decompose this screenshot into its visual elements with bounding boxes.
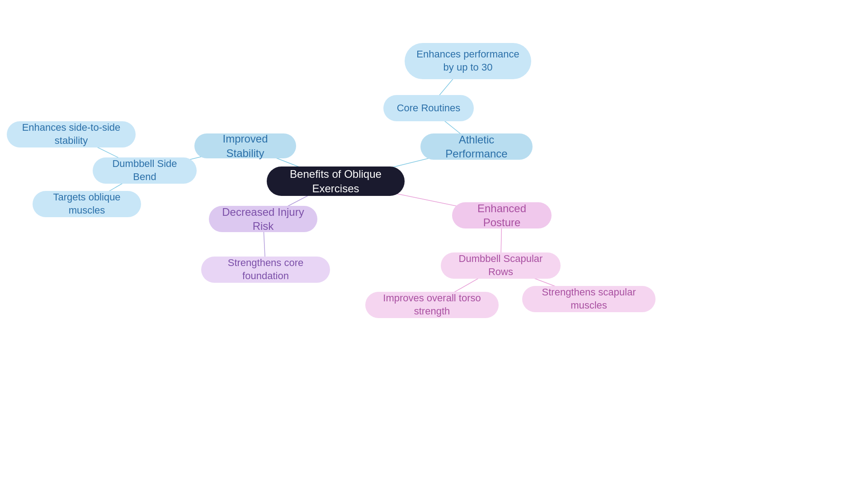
label-improved-stability: Improved Stability (205, 132, 285, 160)
node-dumbbell-side-bend: Dumbbell Side Bend (93, 157, 197, 184)
label-dumbbell-scapular-rows: Dumbbell Scapular Rows (452, 252, 550, 278)
node-dumbbell-scapular-rows: Dumbbell Scapular Rows (441, 252, 561, 279)
node-enhanced-posture: Enhanced Posture (452, 202, 552, 228)
node-strengthens-scapular: Strengthens scapular muscles (522, 286, 656, 312)
center-node: Benefits of Oblique Exercises (267, 167, 405, 196)
node-improves-torso: Improves overall torso strength (365, 292, 499, 318)
node-enhances-side-stability: Enhances side-to-side stability (7, 121, 136, 147)
label-athletic-performance: Athletic Performance (431, 133, 522, 161)
node-improved-stability: Improved Stability (194, 133, 296, 158)
center-label: Benefits of Oblique Exercises (283, 167, 388, 195)
node-core-routines: Core Routines (383, 95, 474, 121)
label-enhances-side-stability: Enhances side-to-side stability (18, 121, 125, 147)
label-dumbbell-side-bend: Dumbbell Side Bend (104, 157, 186, 183)
label-enhances-performance: Enhances performance by up to 30 (415, 48, 520, 74)
label-decreased-injury-risk: Decreased Injury Risk (220, 205, 307, 233)
label-core-routines: Core Routines (397, 102, 461, 115)
label-targets-oblique: Targets oblique muscles (43, 191, 130, 217)
node-targets-oblique: Targets oblique muscles (33, 191, 141, 217)
node-athletic-performance: Athletic Performance (420, 133, 533, 160)
node-decreased-injury-risk: Decreased Injury Risk (209, 206, 317, 232)
node-strengthens-core: Strengthens core foundation (201, 257, 330, 283)
label-strengthens-core: Strengthens core foundation (212, 257, 319, 282)
label-improves-torso: Improves overall torso strength (376, 292, 488, 318)
node-enhances-performance: Enhances performance by up to 30 (405, 43, 531, 79)
label-enhanced-posture: Enhanced Posture (463, 201, 541, 229)
label-strengthens-scapular: Strengthens scapular muscles (533, 286, 645, 312)
